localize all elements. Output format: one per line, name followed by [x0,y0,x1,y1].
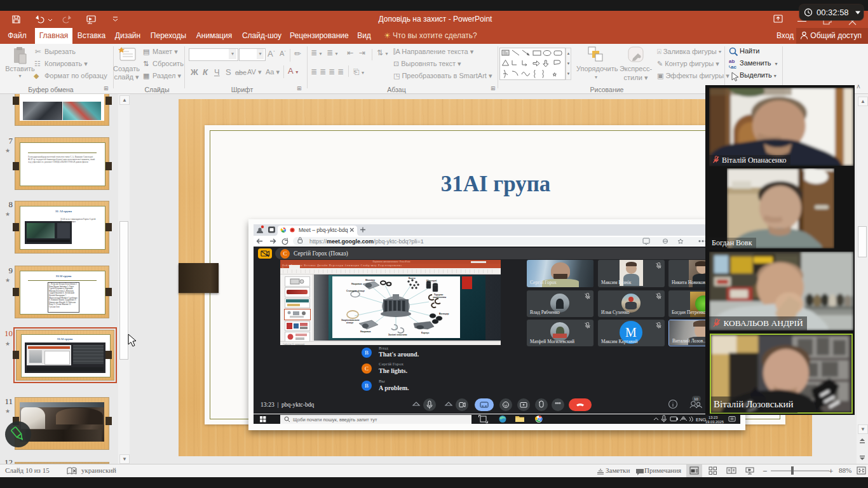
svg-text:13:23: 13:23 [709,416,718,419]
svg-text:Корпус: Корпус [421,332,429,334]
svg-text:Залізні пластини: Залізні пластини [388,334,407,336]
svg-text:ac: ac [731,64,736,70]
svg-text:Маховик: Маховик [365,279,375,281]
svg-text:Meet – pbq-yktc-bdq: Meet – pbq-yktc-bdq [299,227,348,233]
svg-text:Болти: Болти [409,277,416,280]
svg-text:кільце: кільце [346,322,353,324]
svg-text:10: 10 [694,397,698,401]
svg-text:19.03.2025: 19.03.2025 [705,420,724,424]
svg-text:Щоби почати пошук, введіть зап: Щоби почати пошук, введіть запит тут [293,417,377,423]
svg-text:https://meet.google.com/pbq-yk: https://meet.google.com/pbq-yktc-bdq?pli… [309,238,424,245]
svg-text:закріплення: закріплення [433,296,446,299]
svg-text:ENG: ENG [696,417,706,423]
svg-text:ab: ab [729,58,735,64]
svg-text:Шестерні: Шестерні [426,280,437,282]
svg-text:Накривка: Накривка [360,330,370,333]
svg-text:Стопорне кільце: Стопорне кільце [346,290,365,292]
svg-text:Накривка: Накривка [351,283,362,285]
svg-text:00:32:58: 00:32:58 [817,8,849,17]
svg-text:Вальцир: Вальцир [439,313,449,315]
